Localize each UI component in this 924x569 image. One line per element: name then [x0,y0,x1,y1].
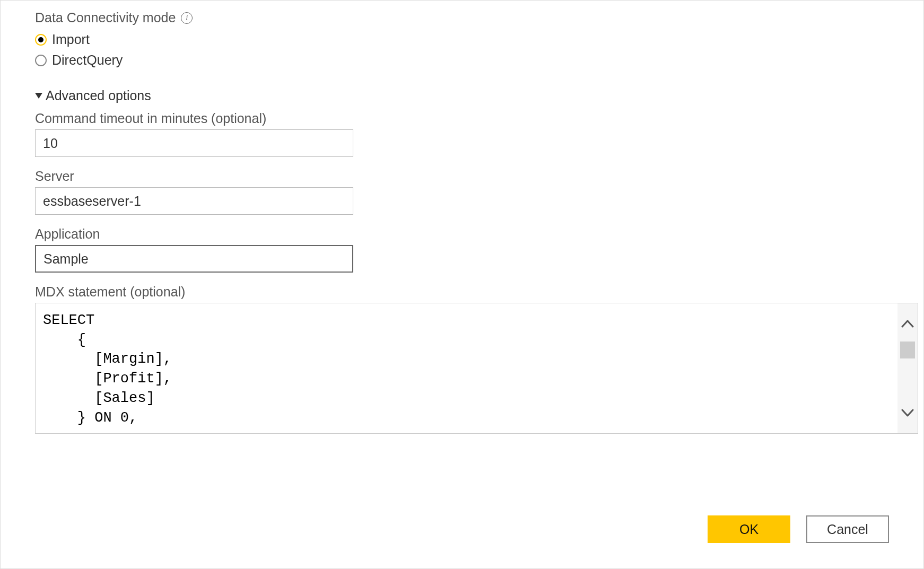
application-label: Application [35,226,889,242]
radio-import-indicator [35,34,47,46]
mdx-scrollbar[interactable] [897,303,918,433]
timeout-label: Command timeout in minutes (optional) [35,111,889,126]
advanced-options-toggle[interactable]: Advanced options [35,88,889,103]
scroll-down-icon[interactable] [901,409,914,417]
connectivity-heading: Data Connectivity mode i [35,10,889,25]
server-input[interactable] [35,187,353,215]
timeout-input[interactable] [35,129,353,157]
dialog-button-row: OK Cancel [708,515,889,543]
radio-import[interactable]: Import [35,32,889,47]
scroll-up-icon[interactable] [901,319,914,328]
mdx-statement-input[interactable] [36,303,897,433]
cancel-button[interactable]: Cancel [806,515,889,543]
mdx-label: MDX statement (optional) [35,284,889,300]
connectivity-radio-group: Import DirectQuery [35,32,889,68]
caret-down-icon [35,93,42,99]
radio-import-label: Import [52,32,90,47]
radio-directquery-label: DirectQuery [52,52,123,68]
mdx-statement-container [35,303,918,434]
info-icon[interactable]: i [181,12,193,24]
essbase-connector-dialog: Data Connectivity mode i Import DirectQu… [0,0,924,569]
radio-directquery[interactable]: DirectQuery [35,52,889,68]
scroll-thumb[interactable] [900,342,915,358]
application-input[interactable] [35,245,353,273]
connectivity-heading-text: Data Connectivity mode [35,10,176,25]
server-label: Server [35,169,889,184]
ok-button[interactable]: OK [708,515,790,543]
radio-directquery-indicator [35,55,47,66]
advanced-options-label: Advanced options [46,88,151,103]
